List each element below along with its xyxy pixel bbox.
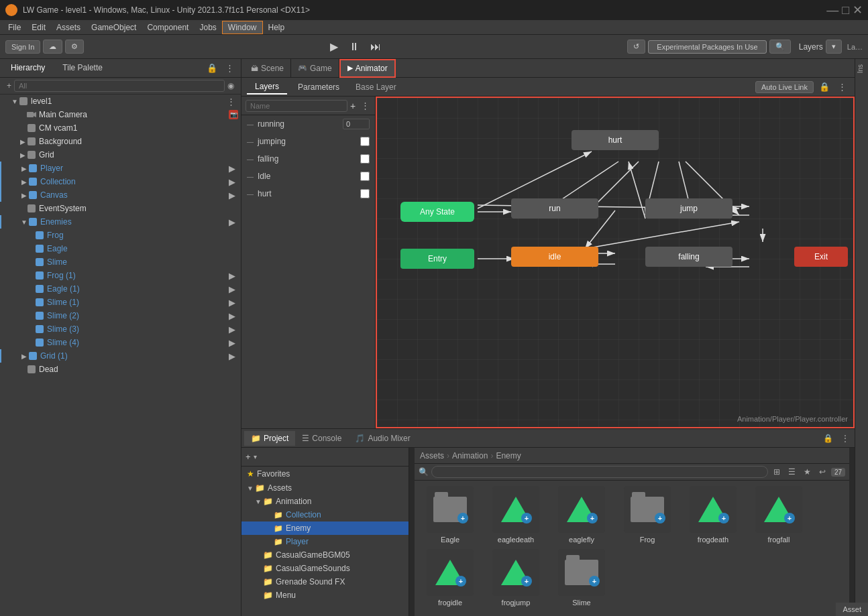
hier-expand-slime4[interactable]: ▶: [226, 336, 238, 349]
anim-tab-parameters[interactable]: Parameters: [290, 80, 347, 94]
tab-project[interactable]: 📁 Project: [244, 431, 295, 446]
state-machine-canvas[interactable]: Any State Entry run jump: [376, 97, 855, 428]
hier-expand-enemies[interactable]: ▶: [226, 216, 238, 229]
tree-assets[interactable]: ▼ 📁 Assets: [241, 481, 409, 495]
tab-tile-palette[interactable]: Tile Palette: [56, 61, 109, 76]
layers-dropdown[interactable]: ▾: [826, 40, 842, 54]
tree-grenadesfx[interactable]: 📁 Grenade Sound FX: [241, 575, 409, 589]
hier-options-level1[interactable]: ⋮: [224, 95, 238, 108]
tree-player-proj[interactable]: 📁 Player: [241, 535, 409, 548]
project-add-btn[interactable]: +: [246, 452, 251, 462]
pause-button[interactable]: ⏸: [345, 40, 364, 54]
asset-search-input[interactable]: [431, 466, 768, 478]
asset-view-btn2[interactable]: ☰: [785, 466, 798, 478]
asset-history-btn[interactable]: ↩: [816, 466, 828, 478]
asset-frog[interactable]: + Frog: [617, 486, 677, 544]
params-add-btn[interactable]: +: [350, 101, 356, 111]
hier-item-dead[interactable]: Dead: [0, 363, 241, 376]
tree-casualbgm[interactable]: 📁 CasualGameBGM05: [241, 548, 409, 562]
param-jumping-checkbox[interactable]: [360, 137, 370, 146]
hier-expand-grid1[interactable]: ▶: [226, 350, 238, 363]
state-any-state[interactable]: Any State: [400, 202, 474, 222]
asset-eagle[interactable]: + Eagle: [420, 486, 480, 544]
hier-item-slime3[interactable]: Slime (3) ▶: [0, 322, 241, 336]
cloud-button[interactable]: ☁: [43, 40, 62, 54]
hier-item-eagle[interactable]: Eagle: [0, 242, 241, 255]
tree-animation[interactable]: ▼ 📁 Animation: [241, 495, 409, 508]
project-scrollbar[interactable]: [409, 448, 415, 616]
asset-frogjump[interactable]: + frogjump: [486, 549, 546, 607]
hier-item-canvas[interactable]: ▶ Canvas ▶: [0, 188, 241, 202]
state-falling[interactable]: falling: [645, 247, 733, 267]
hier-item-collection[interactable]: ▶ Collection ▶: [0, 175, 241, 188]
hier-item-level1[interactable]: ▼ level1 ⋮: [0, 95, 241, 108]
state-exit[interactable]: Exit: [794, 247, 848, 267]
hierarchy-options-btn[interactable]: ⋮: [223, 62, 237, 74]
hier-expand-canvas[interactable]: ▶: [226, 189, 238, 202]
tab-animator[interactable]: ▶ Animator: [339, 59, 396, 78]
play-button[interactable]: ▶: [326, 39, 342, 54]
hier-item-slime1[interactable]: Slime (1) ▶: [0, 296, 241, 309]
hier-item-slime[interactable]: Slime: [0, 255, 241, 269]
hier-item-grid[interactable]: ▶ Grid: [0, 148, 241, 162]
right-scrollbar[interactable]: [849, 448, 855, 616]
hier-item-frog1[interactable]: Frog (1) ▶: [0, 269, 241, 282]
hier-arrow-grid[interactable]: ▶: [19, 151, 27, 159]
bottom-lock-btn[interactable]: 🔒: [820, 432, 836, 444]
hier-item-player[interactable]: ▶ Player ▶: [0, 162, 241, 175]
collab-button[interactable]: ⚙: [65, 40, 84, 54]
menu-file[interactable]: File: [3, 21, 26, 34]
hierarchy-lock-btn[interactable]: 🔒: [204, 62, 220, 74]
tree-enemy[interactable]: 📁 Enemy: [241, 521, 409, 535]
hier-expand-collection[interactable]: ▶: [226, 176, 238, 188]
hierarchy-search-input[interactable]: [14, 80, 225, 92]
param-falling-checkbox[interactable]: [360, 154, 370, 164]
menu-window[interactable]: Window: [222, 21, 263, 34]
search-button[interactable]: 🔍: [769, 40, 791, 54]
hier-expand-slime3[interactable]: ▶: [226, 323, 238, 336]
param-running-input[interactable]: [343, 119, 370, 129]
state-entry[interactable]: Entry: [400, 249, 474, 269]
hier-arrow-background[interactable]: ▶: [19, 138, 27, 145]
menu-assets[interactable]: Assets: [51, 21, 86, 34]
asset-frogdeath[interactable]: + frogdeath: [683, 486, 743, 544]
tab-console[interactable]: ☰ Console: [295, 431, 348, 446]
param-idle-checkbox[interactable]: [360, 172, 370, 181]
hier-expand-eagle1[interactable]: ▶: [226, 283, 238, 296]
hier-arrow-grid1[interactable]: ▶: [20, 353, 28, 360]
anim-tab-layers[interactable]: Layers: [247, 80, 287, 95]
hier-arrow-collection[interactable]: ▶: [20, 178, 28, 186]
tab-scene[interactable]: 🏔 Scene: [244, 59, 291, 78]
hier-item-vcam1[interactable]: CM vcam1: [0, 121, 241, 135]
hier-item-eventsystem[interactable]: EventSystem: [0, 202, 241, 215]
breadcrumb-enemy[interactable]: Enemy: [496, 451, 521, 460]
asset-eaglefly[interactable]: + eaglefly: [551, 486, 612, 544]
tab-hierarchy[interactable]: Hierarchy: [4, 61, 52, 76]
hier-item-eagle1[interactable]: Eagle (1) ▶: [0, 282, 241, 296]
hier-item-grid1[interactable]: ▶ Grid (1) ▶: [0, 349, 241, 363]
hier-expand-frog1[interactable]: ▶: [226, 269, 238, 282]
animator-lock-btn[interactable]: 🔒: [816, 80, 832, 93]
menu-jobs[interactable]: Jobs: [194, 21, 221, 34]
favorites-header[interactable]: ★ Favorites: [241, 467, 409, 481]
undo-history-button[interactable]: ↺: [627, 40, 645, 54]
hier-item-frog[interactable]: Frog: [0, 229, 241, 242]
hier-arrow-player[interactable]: ▶: [20, 165, 28, 172]
asset-slime[interactable]: + Slime: [551, 549, 612, 607]
state-hurt[interactable]: hurt: [572, 130, 659, 150]
tree-casualsounds[interactable]: 📁 CasualGameSounds: [241, 562, 409, 575]
menu-edit[interactable]: Edit: [26, 21, 51, 34]
hier-arrow-canvas[interactable]: ▶: [20, 192, 28, 199]
hier-item-slime2[interactable]: Slime (2) ▶: [0, 309, 241, 322]
hier-arrow-level1[interactable]: ▼: [11, 98, 19, 105]
params-panel-options[interactable]: ⋮: [358, 99, 372, 112]
animator-options-btn[interactable]: ⋮: [835, 80, 849, 93]
asset-view-btn1[interactable]: ⊞: [771, 466, 783, 478]
hierarchy-search-btn[interactable]: ◉: [225, 80, 237, 92]
hier-expand-slime1[interactable]: ▶: [226, 296, 238, 309]
state-run[interactable]: run: [511, 198, 598, 219]
asset-eagledeath[interactable]: + eagledeath: [486, 486, 546, 544]
hier-expand-player[interactable]: ▶: [226, 162, 238, 175]
breadcrumb-animation[interactable]: Animation: [452, 451, 488, 460]
state-jump[interactable]: jump: [645, 198, 733, 219]
